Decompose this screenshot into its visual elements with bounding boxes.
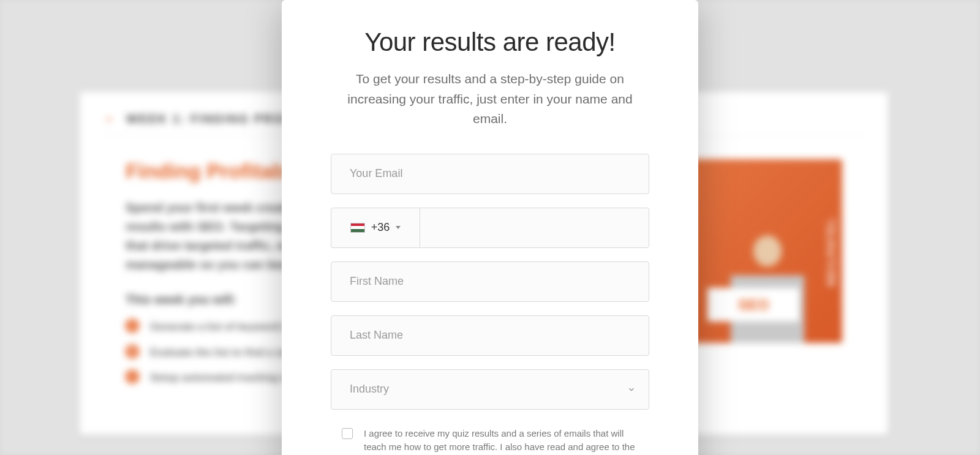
consent-text: I agree to receive my quiz results and a… — [364, 427, 643, 455]
bullet-b: B — [126, 345, 139, 358]
industry-select[interactable]: Industry — [331, 369, 649, 410]
promo-sign: SEO — [707, 288, 799, 322]
modal-title: Your results are ready! — [331, 28, 649, 57]
chevron-down-icon — [396, 226, 401, 229]
dial-code: +36 — [371, 221, 390, 234]
industry-placeholder: Industry — [350, 383, 389, 396]
country-code-select[interactable]: +36 — [331, 208, 420, 248]
email-input[interactable] — [331, 154, 649, 194]
bullet-a: A — [126, 319, 139, 333]
promo-name: NEILPATEL — [826, 216, 837, 286]
promo-card: SEO NEILPATEL — [692, 159, 842, 343]
promo-brand: SEO — [738, 296, 769, 314]
flag-hungary-icon — [350, 223, 365, 233]
last-name-input[interactable] — [331, 315, 649, 356]
industry-select-wrap: Industry — [331, 369, 649, 410]
first-name-input[interactable] — [331, 261, 649, 302]
person-graphic — [722, 220, 813, 343]
results-modal: Your results are ready! To get your resu… — [282, 0, 698, 455]
phone-input[interactable] — [420, 208, 649, 248]
consent-checkbox[interactable] — [342, 428, 353, 439]
phone-row: +36 — [331, 208, 649, 248]
chevron-up-icon — [104, 115, 114, 124]
bullet-c: C — [126, 370, 139, 383]
consent-row: I agree to receive my quiz results and a… — [331, 427, 649, 455]
modal-subtitle: To get your results and a step-by-step g… — [331, 69, 649, 129]
